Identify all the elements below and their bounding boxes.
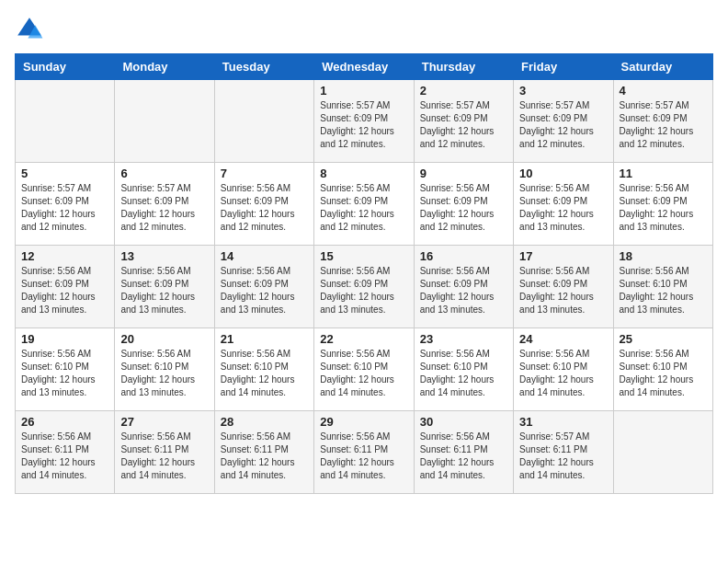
day-number: 3 <box>519 84 607 98</box>
calendar-cell: 24Sunrise: 5:56 AM Sunset: 6:10 PM Dayli… <box>514 328 613 411</box>
day-number: 31 <box>519 415 607 429</box>
day-number: 27 <box>120 415 208 429</box>
day-info: Sunrise: 5:57 AM Sunset: 6:09 PM Dayligh… <box>620 99 707 151</box>
calendar-cell: 19Sunrise: 5:56 AM Sunset: 6:10 PM Dayli… <box>16 328 115 411</box>
day-info: Sunrise: 5:56 AM Sunset: 6:10 PM Dayligh… <box>221 348 308 399</box>
day-info: Sunrise: 5:57 AM Sunset: 6:09 PM Dayligh… <box>420 99 507 151</box>
day-number: 15 <box>320 249 407 263</box>
day-info: Sunrise: 5:56 AM Sunset: 6:09 PM Dayligh… <box>21 265 108 316</box>
day-info: Sunrise: 5:56 AM Sunset: 6:09 PM Dayligh… <box>320 182 407 234</box>
day-info: Sunrise: 5:57 AM Sunset: 6:11 PM Dayligh… <box>519 431 607 482</box>
calendar-cell: 7Sunrise: 5:56 AM Sunset: 6:09 PM Daylig… <box>214 163 313 246</box>
day-info: Sunrise: 5:56 AM Sunset: 6:09 PM Dayligh… <box>120 265 208 316</box>
day-info: Sunrise: 5:56 AM Sunset: 6:09 PM Dayligh… <box>420 265 507 316</box>
calendar-cell: 27Sunrise: 5:56 AM Sunset: 6:11 PM Dayli… <box>115 411 214 494</box>
calendar-cell: 6Sunrise: 5:57 AM Sunset: 6:09 PM Daylig… <box>115 163 214 246</box>
day-number: 9 <box>420 167 507 180</box>
calendar-cell: 12Sunrise: 5:56 AM Sunset: 6:09 PM Dayli… <box>16 246 115 328</box>
day-info: Sunrise: 5:56 AM Sunset: 6:10 PM Dayligh… <box>120 348 208 399</box>
day-number: 29 <box>320 415 407 429</box>
calendar-cell: 30Sunrise: 5:56 AM Sunset: 6:11 PM Dayli… <box>414 411 513 494</box>
day-number: 17 <box>519 249 607 263</box>
day-header-tuesday: Tuesday <box>214 54 313 80</box>
day-info: Sunrise: 5:56 AM Sunset: 6:09 PM Dayligh… <box>420 182 507 234</box>
day-number: 26 <box>21 415 108 429</box>
day-info: Sunrise: 5:56 AM Sunset: 6:09 PM Dayligh… <box>519 265 607 316</box>
day-header-friday: Friday <box>514 54 613 80</box>
calendar-cell: 16Sunrise: 5:56 AM Sunset: 6:09 PM Dayli… <box>414 246 513 328</box>
day-info: Sunrise: 5:56 AM Sunset: 6:09 PM Dayligh… <box>320 265 407 316</box>
logo <box>15 15 48 44</box>
day-info: Sunrise: 5:56 AM Sunset: 6:10 PM Dayligh… <box>21 348 108 399</box>
calendar-cell: 1Sunrise: 5:57 AM Sunset: 6:09 PM Daylig… <box>314 80 414 163</box>
day-info: Sunrise: 5:56 AM Sunset: 6:09 PM Dayligh… <box>519 182 607 234</box>
day-info: Sunrise: 5:56 AM Sunset: 6:10 PM Dayligh… <box>320 348 407 399</box>
calendar-cell: 17Sunrise: 5:56 AM Sunset: 6:09 PM Dayli… <box>514 246 613 328</box>
day-info: Sunrise: 5:56 AM Sunset: 6:10 PM Dayligh… <box>519 348 607 399</box>
day-info: Sunrise: 5:56 AM Sunset: 6:10 PM Dayligh… <box>420 348 507 399</box>
day-info: Sunrise: 5:56 AM Sunset: 6:09 PM Dayligh… <box>221 182 308 234</box>
day-number: 8 <box>320 167 407 180</box>
day-number: 20 <box>120 332 208 346</box>
day-number: 4 <box>620 84 707 98</box>
calendar-cell: 11Sunrise: 5:56 AM Sunset: 6:09 PM Dayli… <box>613 163 712 246</box>
day-number: 7 <box>221 167 308 180</box>
calendar-cell: 22Sunrise: 5:56 AM Sunset: 6:10 PM Dayli… <box>314 328 414 411</box>
calendar-cell: 3Sunrise: 5:57 AM Sunset: 6:09 PM Daylig… <box>514 80 613 163</box>
day-info: Sunrise: 5:56 AM Sunset: 6:10 PM Dayligh… <box>620 348 707 399</box>
day-header-monday: Monday <box>115 54 214 80</box>
page-header <box>15 15 713 44</box>
calendar-cell: 8Sunrise: 5:56 AM Sunset: 6:09 PM Daylig… <box>314 163 414 246</box>
day-info: Sunrise: 5:56 AM Sunset: 6:11 PM Dayligh… <box>120 431 208 482</box>
calendar-cell: 29Sunrise: 5:56 AM Sunset: 6:11 PM Dayli… <box>314 411 414 494</box>
day-info: Sunrise: 5:56 AM Sunset: 6:09 PM Dayligh… <box>221 265 308 316</box>
day-header-saturday: Saturday <box>613 54 712 80</box>
calendar-cell: 21Sunrise: 5:56 AM Sunset: 6:10 PM Dayli… <box>214 328 313 411</box>
day-number: 13 <box>120 249 208 263</box>
day-number: 2 <box>420 84 507 98</box>
logo-icon <box>15 15 44 44</box>
day-number: 28 <box>221 415 308 429</box>
calendar-cell <box>16 80 115 163</box>
day-info: Sunrise: 5:57 AM Sunset: 6:09 PM Dayligh… <box>519 99 607 151</box>
calendar-cell: 15Sunrise: 5:56 AM Sunset: 6:09 PM Dayli… <box>314 246 414 328</box>
day-number: 18 <box>620 249 707 263</box>
day-header-sunday: Sunday <box>16 54 115 80</box>
day-info: Sunrise: 5:56 AM Sunset: 6:11 PM Dayligh… <box>21 431 108 482</box>
day-number: 22 <box>320 332 407 346</box>
calendar-cell: 14Sunrise: 5:56 AM Sunset: 6:09 PM Dayli… <box>214 246 313 328</box>
day-info: Sunrise: 5:56 AM Sunset: 6:10 PM Dayligh… <box>620 265 707 316</box>
day-number: 16 <box>420 249 507 263</box>
calendar-cell: 13Sunrise: 5:56 AM Sunset: 6:09 PM Dayli… <box>115 246 214 328</box>
day-number: 24 <box>519 332 607 346</box>
calendar-cell: 5Sunrise: 5:57 AM Sunset: 6:09 PM Daylig… <box>16 163 115 246</box>
day-number: 30 <box>420 415 507 429</box>
day-header-wednesday: Wednesday <box>314 54 414 80</box>
calendar-cell: 18Sunrise: 5:56 AM Sunset: 6:10 PM Dayli… <box>613 246 712 328</box>
day-number: 5 <box>21 167 108 180</box>
calendar-cell: 20Sunrise: 5:56 AM Sunset: 6:10 PM Dayli… <box>115 328 214 411</box>
day-number: 14 <box>221 249 308 263</box>
calendar-cell <box>115 80 214 163</box>
calendar-cell: 25Sunrise: 5:56 AM Sunset: 6:10 PM Dayli… <box>613 328 712 411</box>
day-number: 11 <box>620 167 707 180</box>
calendar-cell: 4Sunrise: 5:57 AM Sunset: 6:09 PM Daylig… <box>613 80 712 163</box>
calendar-cell: 26Sunrise: 5:56 AM Sunset: 6:11 PM Dayli… <box>16 411 115 494</box>
day-info: Sunrise: 5:57 AM Sunset: 6:09 PM Dayligh… <box>120 182 208 234</box>
calendar-cell: 31Sunrise: 5:57 AM Sunset: 6:11 PM Dayli… <box>514 411 613 494</box>
day-number: 6 <box>120 167 208 180</box>
calendar-cell: 10Sunrise: 5:56 AM Sunset: 6:09 PM Dayli… <box>514 163 613 246</box>
day-number: 21 <box>221 332 308 346</box>
day-info: Sunrise: 5:56 AM Sunset: 6:11 PM Dayligh… <box>420 431 507 482</box>
day-info: Sunrise: 5:56 AM Sunset: 6:09 PM Dayligh… <box>620 182 707 234</box>
calendar-cell: 28Sunrise: 5:56 AM Sunset: 6:11 PM Dayli… <box>214 411 313 494</box>
calendar-cell: 23Sunrise: 5:56 AM Sunset: 6:10 PM Dayli… <box>414 328 513 411</box>
day-number: 19 <box>21 332 108 346</box>
calendar-cell: 9Sunrise: 5:56 AM Sunset: 6:09 PM Daylig… <box>414 163 513 246</box>
day-info: Sunrise: 5:56 AM Sunset: 6:11 PM Dayligh… <box>221 431 308 482</box>
day-header-thursday: Thursday <box>414 54 513 80</box>
calendar-table: SundayMondayTuesdayWednesdayThursdayFrid… <box>15 53 713 494</box>
day-number: 25 <box>620 332 707 346</box>
day-number: 10 <box>519 167 607 180</box>
calendar-cell: 2Sunrise: 5:57 AM Sunset: 6:09 PM Daylig… <box>414 80 513 163</box>
